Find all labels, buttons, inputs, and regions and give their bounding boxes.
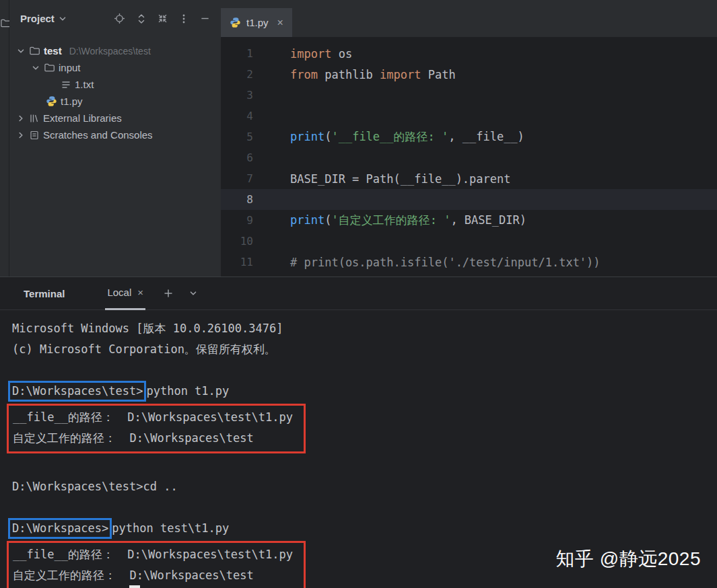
terminal-command: python test\t1.py xyxy=(112,521,229,535)
project-title: Project xyxy=(20,13,55,24)
code-editor[interactable]: 1import os2from pathlib import Path345pr… xyxy=(221,37,717,272)
code-line-text[interactable]: print('自定义工作的路径: ', BASE_DIR) xyxy=(253,213,526,228)
select-opened-file-icon[interactable] xyxy=(114,13,125,24)
libraries-icon xyxy=(29,113,40,124)
terminal-line: D:\Workspaces\test>cd .. xyxy=(12,476,717,497)
code-line-10[interactable]: 10 xyxy=(221,231,717,252)
watermark: 知乎 @静远2025 xyxy=(556,546,702,572)
tree-item-test[interactable]: testD:\Workspaces\test xyxy=(9,42,221,59)
tree-item-1-txt[interactable]: 1.txt xyxy=(9,76,221,93)
code-line-text[interactable]: import os xyxy=(253,47,352,61)
hide-panel-icon[interactable] xyxy=(200,13,210,24)
code-line-4[interactable]: 4 xyxy=(221,106,717,126)
tree-item-input[interactable]: input xyxy=(9,59,221,76)
line-number[interactable]: 5 xyxy=(221,131,253,143)
folder-icon xyxy=(44,62,55,73)
terminal-title: Terminal xyxy=(24,288,65,299)
terminal-header: Terminal Local × xyxy=(0,277,717,310)
terminal-blank-line xyxy=(12,497,717,518)
code-line-8[interactable]: 8 xyxy=(221,189,717,210)
terminal-line: (c) Microsoft Corporation。保留所有权利。 xyxy=(12,339,717,360)
scratches-icon xyxy=(29,130,40,141)
tree-item-path: D:\Workspaces\test xyxy=(69,46,151,57)
output-highlight-red: __file__的路径： D:\Workspaces\test\t1.py自定义… xyxy=(7,404,306,453)
python-icon xyxy=(46,96,57,107)
tab-close-icon[interactable]: × xyxy=(277,17,283,29)
tree-item-scratches-and-consoles[interactable]: Scratches and Consoles xyxy=(9,126,221,143)
tree-item-t1-py[interactable]: t1.py xyxy=(9,93,221,110)
terminal-panel: Terminal Local × Microsoft Windows [版本 1… xyxy=(0,277,717,588)
tree-item-label: 1.txt xyxy=(75,79,94,90)
line-number[interactable]: 6 xyxy=(221,151,253,164)
terminal-blank-line xyxy=(12,360,717,381)
tab-t1py[interactable]: t1.py × xyxy=(221,8,292,37)
folder-icon xyxy=(29,45,40,57)
tab-label: t1.py xyxy=(246,17,269,28)
terminal-output-line: 自定义工作的路径： D:\Workspaces\test xyxy=(13,428,293,449)
terminal-output-line: __file__的路径： D:\Workspaces\test\t1.py xyxy=(13,407,293,428)
project-tool-window-button[interactable] xyxy=(0,17,9,26)
code-line-text[interactable]: from pathlib import Path xyxy=(253,68,456,81)
chevron-right-icon[interactable] xyxy=(16,114,26,123)
terminal-tab-label: Local xyxy=(107,287,131,298)
terminal-tab-close-icon[interactable]: × xyxy=(137,287,143,298)
terminal-cursor xyxy=(129,585,140,588)
code-line-7[interactable]: 7BASE_DIR = Path(__file__).parent xyxy=(221,168,717,189)
terminal-line: Microsoft Windows [版本 10.0.26100.3476] xyxy=(12,318,717,339)
code-line-5[interactable]: 5print('__file__的路径: ', __file__) xyxy=(221,126,717,147)
terminal-output-line: 自定义工作的路径： D:\Workspaces\test xyxy=(13,565,293,586)
code-line-9[interactable]: 9print('自定义工作的路径: ', BASE_DIR) xyxy=(221,210,717,231)
line-number[interactable]: 4 xyxy=(221,110,253,122)
chevron-down-icon[interactable] xyxy=(31,63,40,73)
line-number[interactable]: 1 xyxy=(221,47,253,60)
terminal-command: python t1.py xyxy=(146,384,229,398)
code-line-text[interactable]: # print(os.path.isfile('./test/input/1.t… xyxy=(253,256,601,269)
prompt-highlight-blue: D:\Workspaces> xyxy=(8,518,112,539)
line-number[interactable]: 11 xyxy=(221,256,253,268)
line-number[interactable]: 3 xyxy=(221,89,253,102)
line-number[interactable]: 10 xyxy=(221,235,253,248)
tree-item-label: input xyxy=(59,62,81,73)
chevron-right-icon[interactable] xyxy=(16,131,26,140)
chevron-down-icon xyxy=(58,14,67,24)
terminal-tab-local[interactable]: Local × xyxy=(105,277,145,310)
tree-item-label: t1.py xyxy=(61,96,83,107)
code-line-6[interactable]: 6 xyxy=(221,147,717,168)
project-panel-header: Project xyxy=(9,0,221,37)
more-options-icon[interactable] xyxy=(179,13,189,24)
line-number[interactable]: 7 xyxy=(221,172,253,185)
terminal-blank-line xyxy=(12,455,717,476)
collapse-all-icon[interactable] xyxy=(158,13,168,24)
chevron-down-icon[interactable] xyxy=(189,289,198,298)
code-line-1[interactable]: 1import os xyxy=(221,43,717,64)
editor-tab-bar: t1.py × xyxy=(221,0,717,37)
ide-window: Project testD:\Workspaces\testinput1.txt… xyxy=(0,0,717,588)
project-tree: testD:\Workspaces\testinput1.txtt1.pyExt… xyxy=(9,37,221,143)
new-terminal-icon[interactable] xyxy=(163,288,174,299)
expand-collapse-icon[interactable] xyxy=(137,13,146,24)
tool-window-stripe xyxy=(0,0,9,277)
code-line-3[interactable]: 3 xyxy=(221,85,717,106)
tree-item-label: test xyxy=(44,45,62,57)
project-panel: Project testD:\Workspaces\testinput1.txt… xyxy=(9,0,221,277)
project-toolbar xyxy=(114,13,210,24)
text-file-icon xyxy=(61,79,71,90)
code-line-2[interactable]: 2from pathlib import Path xyxy=(221,64,717,85)
tree-item-label: Scratches and Consoles xyxy=(43,129,153,141)
output-highlight-red: __file__的路径： D:\Workspaces\test\t1.py自定义… xyxy=(7,541,306,588)
tree-item-external-libraries[interactable]: External Libraries xyxy=(9,110,221,126)
code-line-11[interactable]: 11# print(os.path.isfile('./test/input/1… xyxy=(221,252,717,272)
code-line-text[interactable]: print('__file__的路径: ', __file__) xyxy=(253,129,524,145)
terminal-prompt-line: D:\Workspaces>python test\t1.py xyxy=(12,518,717,539)
line-number[interactable]: 9 xyxy=(221,214,253,227)
project-dropdown[interactable]: Project xyxy=(20,13,67,24)
terminal-prompt-line: D:\Workspaces\test>python t1.py xyxy=(12,381,717,402)
prompt-highlight-blue: D:\Workspaces\test> xyxy=(8,381,146,402)
tree-item-label: External Libraries xyxy=(43,112,122,124)
chevron-down-icon[interactable] xyxy=(16,46,26,56)
python-icon xyxy=(230,17,241,28)
line-number[interactable]: 2 xyxy=(221,68,253,81)
code-line-text[interactable]: BASE_DIR = Path(__file__).parent xyxy=(253,172,511,186)
line-number[interactable]: 8 xyxy=(221,193,253,206)
editor-area: t1.py × 1import os2from pathlib import P… xyxy=(221,0,717,277)
